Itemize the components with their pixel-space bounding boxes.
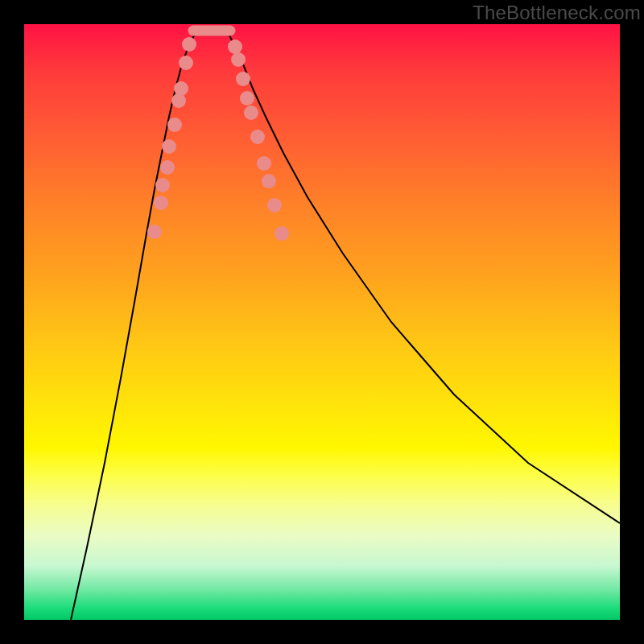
data-point-dot	[231, 52, 246, 67]
data-point-dot	[174, 81, 188, 96]
data-point-dot	[147, 225, 162, 239]
data-point-dot	[275, 226, 289, 241]
data-point-dot	[240, 91, 254, 105]
highlight-dots	[147, 37, 289, 241]
data-point-dot	[182, 37, 196, 52]
data-point-dot	[171, 93, 186, 108]
data-point-dot	[179, 56, 193, 70]
data-point-dot	[228, 39, 242, 54]
data-point-dot	[267, 198, 282, 213]
curve-svg	[24, 24, 620, 620]
data-point-dot	[155, 178, 170, 192]
data-point-dot	[160, 160, 175, 175]
chart-frame: TheBottleneck.com	[0, 0, 644, 644]
data-point-dot	[257, 156, 271, 171]
data-point-dot	[154, 196, 168, 210]
data-point-dot	[167, 118, 182, 132]
watermark-text: TheBottleneck.com	[473, 2, 641, 24]
data-point-dot	[236, 72, 250, 86]
data-point-dot	[162, 139, 176, 154]
right-branch-curve	[229, 34, 620, 523]
plot-area	[24, 24, 620, 620]
data-point-dot	[262, 174, 276, 188]
data-point-dot	[244, 105, 258, 120]
data-point-dot	[250, 130, 265, 144]
